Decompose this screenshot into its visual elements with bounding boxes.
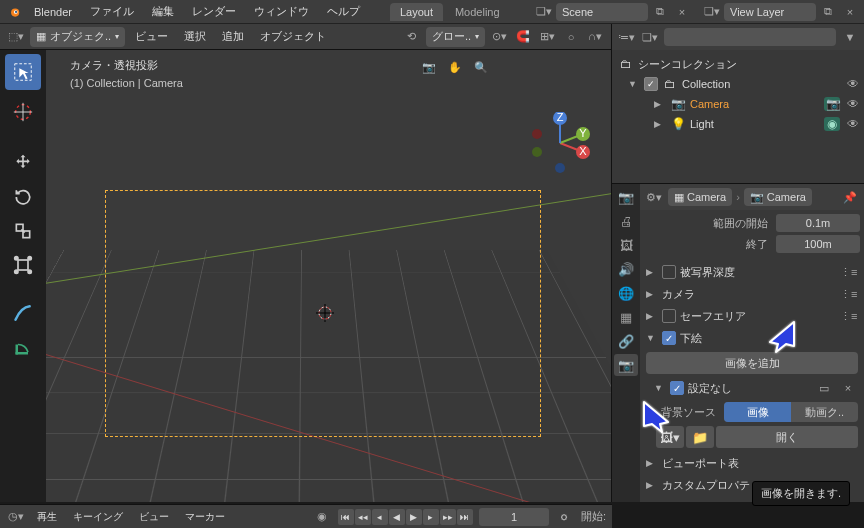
viewlayer-browse-icon[interactable]: ❏▾: [702, 3, 722, 21]
panel-safe-areas[interactable]: ▶ セーフエリア ⋮≡: [644, 305, 860, 327]
autokey-icon[interactable]: ◉: [312, 508, 332, 526]
camera-data-icon[interactable]: 📷: [824, 97, 840, 111]
jump-keyframe-fwd-icon[interactable]: ▸▸: [440, 509, 456, 525]
proportional-icon[interactable]: ○: [561, 28, 581, 46]
menu-render[interactable]: レンダー: [184, 1, 244, 22]
viewlayer-name-field[interactable]: [724, 3, 816, 21]
tool-measure[interactable]: [5, 332, 41, 362]
collection-enable-checkbox[interactable]: ✓: [644, 77, 658, 91]
menu-window[interactable]: ウィンドウ: [246, 1, 317, 22]
hdr-view[interactable]: ビュー: [129, 26, 174, 47]
jump-start-icon[interactable]: ⏮: [338, 509, 354, 525]
viewlayer-delete-icon[interactable]: ×: [840, 3, 860, 21]
play-reverse-icon[interactable]: ◀: [389, 509, 405, 525]
disclosure-icon[interactable]: ▼: [628, 79, 640, 89]
light-data-icon[interactable]: ◉: [824, 117, 840, 131]
lock-range-icon[interactable]: ⭘: [555, 508, 575, 526]
panel-options-icon[interactable]: ⋮≡: [840, 266, 858, 279]
orientation-dropdown[interactable]: グロー.. ▾: [426, 27, 485, 47]
outliner-filter-icon[interactable]: ▼: [840, 28, 860, 46]
jump-keyframe-back-icon[interactable]: ◂◂: [355, 509, 371, 525]
bgimg-expand-icon[interactable]: ▭: [814, 379, 834, 397]
zoom-icon[interactable]: 🔍: [471, 58, 491, 76]
menu-file[interactable]: ファイル: [82, 1, 142, 22]
tool-select-box[interactable]: [5, 54, 41, 90]
outliner-editor-icon[interactable]: ≔▾: [616, 28, 636, 46]
proptab-constraints[interactable]: 🔗: [614, 330, 638, 352]
pan-icon[interactable]: ✋: [445, 58, 465, 76]
next-frame-icon[interactable]: ▸: [423, 509, 439, 525]
proptab-world[interactable]: 🌐: [614, 282, 638, 304]
panel-viewport-display[interactable]: ▶ ビューポート表: [644, 452, 860, 474]
jump-end-icon[interactable]: ⏭: [457, 509, 473, 525]
scene-name-field[interactable]: [556, 3, 648, 21]
tool-transform[interactable]: [5, 250, 41, 280]
proptab-viewlayer[interactable]: 🖼: [614, 234, 638, 256]
timeline-playback[interactable]: 再生: [32, 508, 62, 526]
timeline-editor-icon[interactable]: ◷▾: [6, 508, 26, 526]
breadcrumb-data[interactable]: 📷 Camera: [744, 188, 812, 206]
breadcrumb-object[interactable]: ▦ Camera: [668, 188, 732, 206]
navigation-gizmo[interactable]: X Y Z: [529, 112, 591, 174]
scene-browse-icon[interactable]: ❏▾: [534, 3, 554, 21]
current-frame-field[interactable]: 1: [479, 508, 549, 526]
tree-scene-collection[interactable]: 🗀 シーンコレクション: [614, 54, 862, 74]
proptab-data-camera[interactable]: 📷: [614, 354, 638, 376]
safe-checkbox[interactable]: [662, 309, 676, 323]
workspace-tab-layout[interactable]: Layout: [390, 3, 443, 21]
outliner-display-icon[interactable]: ❏▾: [640, 28, 660, 46]
timeline-keying[interactable]: キーイング: [68, 508, 128, 526]
disclosure-icon[interactable]: ▶: [654, 99, 666, 109]
play-icon[interactable]: ▶: [406, 509, 422, 525]
proptab-object[interactable]: ▦: [614, 306, 638, 328]
scene-delete-icon[interactable]: ×: [672, 3, 692, 21]
gizmo-icon[interactable]: ⟲: [402, 28, 422, 46]
timeline-view[interactable]: ビュー: [134, 508, 174, 526]
hdr-select[interactable]: 選択: [178, 26, 212, 47]
prev-frame-icon[interactable]: ◂: [372, 509, 388, 525]
workspace-tab-modeling[interactable]: Modeling: [445, 3, 510, 21]
hdr-add[interactable]: 追加: [216, 26, 250, 47]
bgimg-remove-icon[interactable]: ×: [838, 379, 858, 397]
proptab-scene[interactable]: 🔊: [614, 258, 638, 280]
visibility-toggle[interactable]: 👁: [844, 97, 862, 111]
tree-item-light[interactable]: ▶ 💡 Light ◉ 👁: [614, 114, 862, 134]
panel-dof[interactable]: ▶ 被写界深度 ⋮≡: [644, 261, 860, 283]
bg-source-image[interactable]: 画像: [724, 402, 791, 422]
add-image-button[interactable]: 画像を追加: [646, 352, 858, 374]
visibility-toggle[interactable]: 👁: [844, 77, 862, 91]
hdr-object[interactable]: オブジェクト: [254, 26, 332, 47]
panel-options-icon[interactable]: ⋮≡: [840, 288, 858, 301]
bgimg-checkbox[interactable]: ✓: [662, 331, 676, 345]
panel-camera[interactable]: ▶ カメラ ⋮≡: [644, 283, 860, 305]
snap-target-icon[interactable]: ⊞▾: [537, 28, 557, 46]
snap-icon[interactable]: 🧲: [513, 28, 533, 46]
dof-checkbox[interactable]: [662, 265, 676, 279]
disclosure-icon[interactable]: ▶: [654, 119, 666, 129]
tool-annotate[interactable]: [5, 298, 41, 328]
outliner-search[interactable]: [664, 28, 836, 46]
visibility-toggle[interactable]: 👁: [844, 117, 862, 131]
viewlayer-name-input[interactable]: [730, 6, 810, 18]
panel-options-icon[interactable]: ⋮≡: [840, 310, 858, 323]
proptab-render[interactable]: 📷: [614, 186, 638, 208]
tool-move[interactable]: [5, 148, 41, 178]
tool-scale[interactable]: [5, 216, 41, 246]
clip-end-field[interactable]: 100m: [776, 235, 860, 253]
tool-cursor[interactable]: [5, 94, 41, 130]
timeline-marker[interactable]: マーカー: [180, 508, 230, 526]
pivot-icon[interactable]: ⊙▾: [489, 28, 509, 46]
bg-source-movie[interactable]: 動画ク..: [791, 402, 858, 422]
bgimg-item-checkbox[interactable]: ✓: [670, 381, 684, 395]
tool-rotate[interactable]: [5, 182, 41, 212]
outliner-tree[interactable]: 🗀 シーンコレクション ▼ ✓ 🗀 Collection 👁 ▶ 📷 Camer…: [612, 50, 864, 183]
proptab-output[interactable]: 🖨: [614, 210, 638, 232]
proportional-falloff-icon[interactable]: ∩▾: [585, 28, 605, 46]
scene-name-input[interactable]: [562, 6, 642, 18]
folder-icon[interactable]: 📁: [686, 426, 714, 448]
open-button[interactable]: 開く: [716, 426, 858, 448]
camera-view-icon[interactable]: 📷: [419, 58, 439, 76]
editor-type-icon[interactable]: ⬚▾: [6, 28, 26, 46]
tree-collection[interactable]: ▼ ✓ 🗀 Collection 👁: [614, 74, 862, 94]
viewlayer-new-icon[interactable]: ⧉: [818, 3, 838, 21]
